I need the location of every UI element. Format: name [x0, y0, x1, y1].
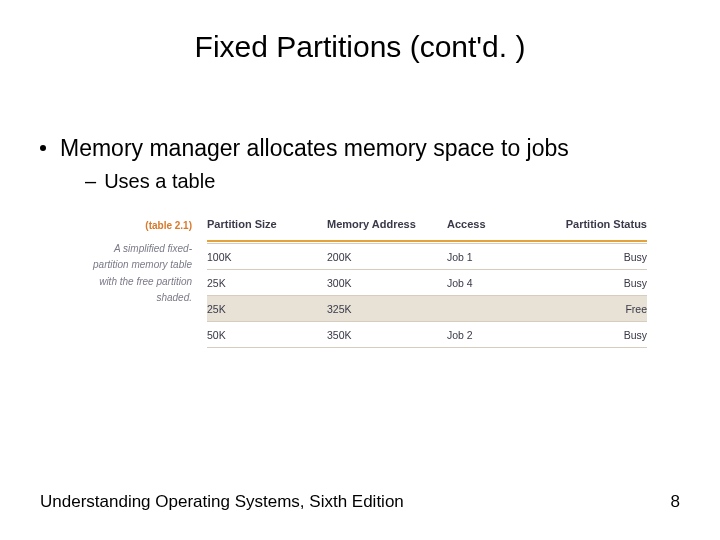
- cell-status: Busy: [547, 329, 647, 341]
- table-label: (table 2.1): [92, 218, 192, 235]
- cell-access: Job 2: [447, 329, 547, 341]
- table-header-row: Partition Size Memory Address Access Par…: [207, 218, 647, 240]
- bullet-level-2: –Uses a table: [85, 170, 215, 193]
- cell-addr: 325K: [327, 303, 447, 315]
- cell-addr: 300K: [327, 277, 447, 289]
- cell-size: 25K: [207, 303, 327, 315]
- col-header-addr: Memory Address: [327, 218, 447, 230]
- slide: Fixed Partitions (cont'd. ) Memory manag…: [0, 0, 720, 540]
- cell-status: Busy: [547, 251, 647, 263]
- slide-title: Fixed Partitions (cont'd. ): [0, 30, 720, 64]
- table-row: 100K 200K Job 1 Busy: [207, 244, 647, 270]
- cell-access: Job 4: [447, 277, 547, 289]
- cell-status: Free: [547, 303, 647, 315]
- footer-text: Understanding Operating Systems, Sixth E…: [40, 492, 404, 512]
- caption-line: partition memory table: [93, 259, 192, 270]
- col-header-access: Access: [447, 218, 547, 230]
- cell-addr: 350K: [327, 329, 447, 341]
- bullet-dash-icon: –: [85, 170, 96, 192]
- col-header-status: Partition Status: [547, 218, 647, 230]
- caption-line: with the free partition: [99, 276, 192, 287]
- partition-table: Partition Size Memory Address Access Par…: [207, 218, 647, 348]
- table-row: 50K 350K Job 2 Busy: [207, 322, 647, 348]
- cell-status: Busy: [547, 277, 647, 289]
- cell-addr: 200K: [327, 251, 447, 263]
- col-header-size: Partition Size: [207, 218, 327, 230]
- table-row-free: 25K 325K Free: [207, 296, 647, 322]
- header-rule-icon: [207, 240, 647, 242]
- cell-access: [447, 303, 547, 315]
- caption-line: shaded.: [156, 292, 192, 303]
- bullet-level-1: Memory manager allocates memory space to…: [40, 135, 569, 162]
- table-row: 25K 300K Job 4 Busy: [207, 270, 647, 296]
- cell-size: 100K: [207, 251, 327, 263]
- cell-size: 50K: [207, 329, 327, 341]
- caption-line: A simplified fixed-: [114, 243, 192, 254]
- table-caption: (table 2.1) A simplified fixed- partitio…: [92, 218, 192, 307]
- bullet-sub-text: Uses a table: [104, 170, 215, 192]
- cell-access: Job 1: [447, 251, 547, 263]
- bullet-dot-icon: [40, 145, 46, 151]
- bullet-text: Memory manager allocates memory space to…: [60, 135, 569, 161]
- cell-size: 25K: [207, 277, 327, 289]
- page-number: 8: [671, 492, 680, 512]
